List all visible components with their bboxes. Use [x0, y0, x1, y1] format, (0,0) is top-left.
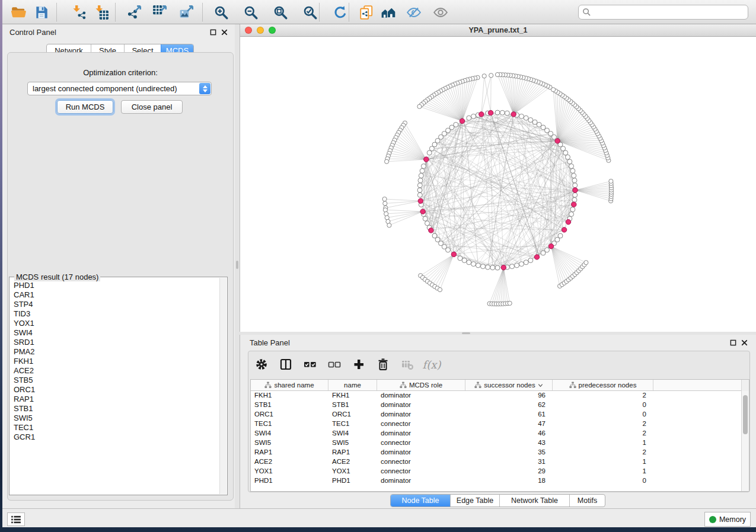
table-cell: 0 — [553, 400, 653, 410]
table-cell: SWI5 — [251, 438, 328, 448]
column-header-predecessor-nodes[interactable]: predecessor nodes — [553, 380, 653, 390]
table-cell: PHD1 — [251, 476, 328, 486]
zoom-fit-icon[interactable] — [273, 5, 288, 20]
table-cell: 1 — [553, 438, 653, 448]
table-row[interactable]: ACE2ACE2connector311 — [251, 457, 742, 467]
export-image-icon[interactable] — [179, 5, 194, 20]
table-row[interactable]: RAP1RAP1dominator352 — [251, 448, 742, 457]
import-table-icon[interactable] — [94, 5, 109, 20]
table-row[interactable]: ORC1ORC1dominator610 — [251, 410, 742, 419]
table-cell: 1 — [553, 467, 653, 476]
table-scrollbar[interactable] — [741, 391, 749, 491]
mcds-node-item[interactable]: STP4 — [14, 300, 219, 309]
list-icon — [11, 515, 21, 524]
table-cell: dominator — [377, 391, 465, 400]
splitter-grip[interactable] — [236, 261, 238, 269]
table-cell: 35 — [465, 448, 553, 457]
table-cell: TEC1 — [251, 419, 328, 429]
mcds-node-item[interactable]: TEC1 — [14, 423, 219, 432]
close-panel-icon[interactable] — [741, 339, 748, 346]
mcds-node-item[interactable]: CAR1 — [14, 290, 219, 300]
node-table[interactable]: shared namenameMCDS rolesuccessor nodesp… — [250, 379, 749, 492]
table-row[interactable]: FKH1FKH1dominator962 — [251, 391, 742, 400]
apply-layout-icon[interactable] — [333, 5, 348, 20]
criterion-dropdown[interactable]: largest connected component (undirected) — [27, 82, 212, 95]
table-row[interactable]: SWI4SWI4dominator462 — [251, 429, 742, 438]
close-panel-icon[interactable] — [221, 29, 228, 36]
new-network-from-selection-icon[interactable] — [359, 5, 374, 20]
table-row[interactable]: PHD1PHD1dominator180 — [251, 476, 742, 486]
table-row[interactable]: TEC1TEC1connector472 — [251, 419, 742, 429]
mcds-node-item[interactable]: GCR1 — [14, 432, 219, 442]
import-network-icon[interactable] — [71, 5, 87, 20]
export-table-icon[interactable] — [152, 5, 168, 20]
table-row[interactable]: YOX1YOX1connector291 — [251, 467, 742, 476]
hide-selected-icon[interactable] — [406, 5, 422, 20]
float-panel-icon[interactable] — [730, 339, 736, 346]
show-columns-icon[interactable] — [279, 357, 293, 371]
add-icon[interactable] — [352, 357, 366, 371]
run-mcds-button[interactable]: Run MCDS — [57, 100, 113, 114]
mcds-node-item[interactable]: TID3 — [14, 309, 219, 319]
table-panel: Table Panel f(x) shared namenameMCDS rol… — [240, 335, 756, 508]
mcds-node-item[interactable]: FKH1 — [14, 357, 219, 366]
column-type-icon — [569, 382, 576, 389]
export-network-icon[interactable] — [127, 5, 142, 20]
column-label: predecessor nodes — [579, 382, 637, 389]
mcds-result-list[interactable]: PHD1CAR1STP4TID3YOX1SWI4SRD1PMA2FKH1ACE2… — [10, 280, 219, 494]
column-header-MCDS-role[interactable]: MCDS role — [377, 380, 465, 390]
mcds-node-item[interactable]: STB5 — [14, 376, 219, 385]
tab-motifs[interactable]: Motifs — [569, 495, 605, 507]
mcds-node-item[interactable]: RAP1 — [14, 395, 219, 404]
delete-icon[interactable] — [376, 357, 390, 371]
table-cell: 0 — [553, 410, 653, 419]
network-canvas[interactable] — [240, 37, 756, 332]
table-header-row: shared namenameMCDS rolesuccessor nodesp… — [251, 380, 742, 391]
search-box[interactable] — [578, 5, 748, 20]
table-row[interactable]: STB1STB1dominator620 — [251, 400, 742, 410]
column-header-shared-name[interactable]: shared name — [251, 380, 328, 390]
table-cell: 2 — [553, 391, 653, 400]
mcds-node-item[interactable]: ORC1 — [14, 385, 219, 395]
float-panel-icon[interactable] — [210, 29, 216, 36]
mcds-node-item[interactable]: ACE2 — [14, 366, 219, 376]
tab-node-table[interactable]: Node Table — [391, 495, 450, 507]
column-header-name[interactable]: name — [328, 380, 377, 390]
memory-button[interactable]: Memory — [704, 512, 751, 527]
task-history-button[interactable] — [7, 512, 25, 526]
show-hidden-icon[interactable] — [433, 5, 448, 20]
table-settings-icon[interactable] — [254, 357, 269, 371]
save-session-icon[interactable] — [34, 5, 49, 20]
mcds-node-item[interactable]: PHD1 — [14, 281, 219, 290]
select-all-icon[interactable] — [303, 357, 317, 371]
splitter-grip[interactable] — [462, 332, 470, 334]
zoom-out-icon[interactable] — [243, 5, 259, 20]
vertical-splitter[interactable] — [235, 24, 240, 508]
mcds-node-item[interactable]: PMA2 — [14, 347, 219, 357]
open-file-icon[interactable] — [11, 5, 26, 20]
mcds-node-item[interactable]: STB1 — [14, 404, 219, 414]
table-row[interactable]: SWI5SWI5connector431 — [251, 438, 742, 448]
first-neighbors-icon[interactable] — [381, 5, 396, 20]
search-input[interactable] — [591, 7, 748, 18]
scrollbar-thumb[interactable] — [743, 395, 748, 434]
tab-network-table[interactable]: Network Table — [499, 495, 569, 507]
deselect-all-icon[interactable] — [327, 357, 342, 371]
column-label: name — [344, 382, 361, 389]
memory-status-icon — [709, 516, 716, 523]
column-header-successor-nodes[interactable]: successor nodes — [465, 380, 553, 390]
mcds-list-scrollbar[interactable] — [219, 278, 227, 494]
tab-edge-table[interactable]: Edge Table — [450, 495, 499, 507]
network-window-titlebar[interactable]: YPA_prune.txt_1 — [240, 24, 756, 37]
mcds-node-item[interactable]: SWI4 — [14, 328, 219, 338]
zoom-in-icon[interactable] — [213, 5, 229, 20]
optimization-criterion-label: Optimization criterion: — [8, 68, 233, 77]
close-panel-button[interactable]: Close panel — [121, 100, 183, 114]
network-view-window: YPA_prune.txt_1 — [240, 24, 756, 332]
column-type-icon — [400, 382, 407, 389]
mcds-node-item[interactable]: SWI5 — [14, 414, 219, 423]
zoom-selected-icon[interactable] — [302, 5, 318, 20]
mcds-node-item[interactable]: SRD1 — [14, 338, 219, 347]
mcds-node-item[interactable]: YOX1 — [14, 319, 219, 328]
toolbar-separator — [319, 3, 320, 21]
